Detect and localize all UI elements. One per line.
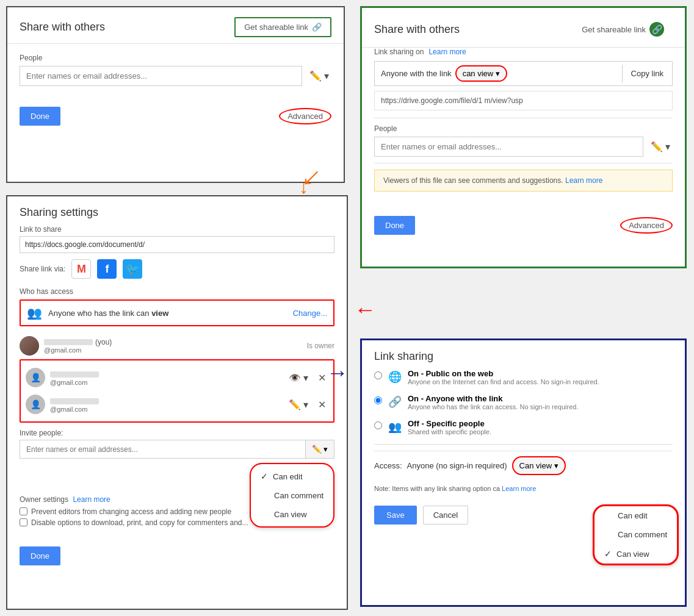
user1-info: @gmail.com [50, 370, 281, 386]
can-view-option[interactable]: Can view [251, 505, 333, 524]
radio-specific: 👥 Off - Specific people Shared with spec… [374, 419, 673, 435]
user1-avatar: 👤 [26, 368, 45, 387]
owner-role: Is owner [307, 342, 334, 350]
invite-dropdown-btn[interactable]: ✏️ ▾ [305, 440, 334, 458]
disable-download-checkbox[interactable] [20, 518, 27, 526]
twitter-icon[interactable]: 🐦 [123, 259, 142, 279]
link-sharing-body: 🌐 On - Public on the web Anyone on the I… [362, 369, 685, 537]
people-input-simple[interactable] [20, 66, 302, 86]
cancel-button[interactable]: Cancel [423, 506, 468, 525]
access-dropdown-label: Can view [519, 461, 552, 470]
access-text: Anyone who has the link can view [48, 309, 287, 318]
invite-chevron-icon: ▾ [324, 445, 328, 454]
can-comment-option[interactable]: Can comment [251, 486, 333, 505]
user2-name-placeholder [50, 398, 99, 404]
panel-body-link-on: Link sharing on Learn more Anyone with t… [362, 48, 685, 205]
owner-settings-text: Owner settings [20, 495, 68, 504]
get-shareable-link-button-active[interactable]: Get shareable link 🔗 [573, 18, 673, 41]
sharing-settings-footer: Done [7, 540, 347, 571]
panel-footer-simple: Done Advanced [7, 101, 344, 132]
access-can-edit-option[interactable]: Can edit [595, 506, 677, 525]
done-button-link-on[interactable]: Done [374, 216, 415, 235]
radio-public-input[interactable] [374, 371, 382, 379]
panel-title-link-on: Share with others [374, 23, 460, 36]
invite-label: Invite people: [20, 429, 334, 437]
get-shareable-link-button-simple[interactable]: Get shareable link 🔗 [234, 17, 331, 37]
owner-settings-learn-more[interactable]: Learn more [73, 495, 110, 504]
access-can-view-option[interactable]: ✓ Can view [595, 544, 677, 564]
link-dropdown-area: Anyone with the link can view ▾ [375, 62, 622, 85]
people-input-link-on[interactable] [374, 137, 643, 157]
advanced-button-link-on[interactable]: Advanced [620, 217, 673, 234]
access-dropdown-menu: Can edit Can comment ✓ Can view [593, 504, 679, 565]
owner-row: (you) @gmail.com Is owner [20, 332, 334, 359]
radio-public-desc: Anyone on the Internet can find and acce… [408, 378, 599, 385]
link-sharing-panel: Link sharing 🌐 On - Public on the web An… [360, 338, 687, 607]
user1-email: @gmail.com [50, 379, 281, 386]
link-prefix: Anyone with the link [381, 69, 452, 78]
owner-you-label: (you) [95, 338, 112, 346]
can-view-dropdown-button[interactable]: can view ▾ [455, 65, 508, 82]
globe-icon: 🌐 [388, 370, 402, 384]
user2-remove-btn[interactable]: ✕ [316, 396, 328, 413]
invite-input[interactable] [20, 441, 305, 458]
access-can-edit-label: Can edit [618, 511, 647, 520]
shared-users-box: 👤 @gmail.com 👁️ ▾ ✕ 👤 @gmail.com ✏️ ▾ ✕ [20, 359, 334, 423]
access-selector: Access: Anyone (no sign-in required) Can… [374, 451, 673, 480]
access-can-view-check: ✓ [604, 549, 612, 559]
panel-header-simple: Share with others Get shareable link 🔗 [7, 7, 344, 44]
user2-avatar: 👤 [26, 395, 45, 414]
note-prefix: Note: Items with any link sharing option… [374, 485, 500, 492]
share-panel-link-on: Share with others Get shareable link 🔗 L… [360, 6, 687, 268]
note-text: Note: Items with any link sharing option… [374, 485, 673, 492]
disable-download-label: Disable options to download, print, and … [31, 518, 248, 527]
info-bar-learn-more[interactable]: Learn more [565, 176, 602, 185]
link-to-share-input[interactable] [20, 236, 334, 253]
access-icon: 👥 [27, 306, 42, 320]
save-button[interactable]: Save [374, 506, 417, 525]
access-can-comment-option[interactable]: Can comment [595, 525, 677, 544]
can-view-label: Can view [274, 510, 306, 519]
link-learn-more[interactable]: Learn more [428, 48, 466, 56]
link-sharing-bar: Link sharing on Learn more [374, 48, 673, 56]
change-access-link[interactable]: Change... [293, 309, 327, 318]
radio-specific-input[interactable] [374, 421, 382, 429]
radio-anyone-link-text: On - Anyone with the link Anyone who has… [408, 394, 578, 410]
gmail-icon[interactable]: M [71, 259, 91, 279]
sharing-settings-title: Sharing settings [20, 206, 98, 219]
prevent-editors-checkbox[interactable] [20, 507, 27, 515]
access-can-comment-label: Can comment [618, 530, 667, 539]
link-chain-icon: 🔗 [312, 23, 322, 32]
sharing-settings-panel: Sharing settings Link to share Share lin… [6, 195, 348, 610]
radio-public-label: On - Public on the web [408, 369, 493, 378]
people-row-simple: ✏️ ▾ [20, 66, 331, 86]
done-button-simple[interactable]: Done [20, 107, 60, 126]
people-icon: 👥 [388, 420, 402, 434]
shared-user-1: 👤 @gmail.com 👁️ ▾ ✕ [26, 364, 328, 391]
user2-email: @gmail.com [50, 406, 281, 413]
prevent-editors-label: Prevent editors from changing access and… [31, 507, 231, 516]
radio-anyone-link-input[interactable] [374, 396, 382, 404]
user2-edit-dropdown[interactable]: ✏️ ▾ [286, 396, 311, 413]
facebook-icon[interactable]: f [97, 259, 117, 279]
blue-arrow: → [327, 360, 349, 385]
sharing-settings-done-button[interactable]: Done [20, 546, 60, 565]
sharing-settings-header: Sharing settings [7, 196, 347, 225]
edit-permissions-icon-link-on[interactable]: ✏️ ▾ [648, 138, 673, 155]
access-label: Access: [374, 461, 402, 470]
can-comment-label: Can comment [274, 491, 324, 500]
edit-permissions-icon-simple[interactable]: ✏️ ▾ [307, 68, 331, 84]
link-sharing-header: Link sharing [362, 340, 685, 369]
note-link[interactable]: Learn more [502, 485, 536, 492]
panel-footer-link-on: Done Advanced [362, 210, 685, 241]
user1-view-dropdown[interactable]: 👁️ ▾ [286, 370, 311, 386]
panel-body-simple: People ✏️ ▾ [7, 44, 344, 96]
advanced-button-simple[interactable]: Advanced [279, 108, 331, 124]
sharing-settings-body: Link to share Share link via: M f 🐦 Who … [7, 225, 347, 535]
access-dropdown-button[interactable]: Can view ▾ [512, 456, 566, 475]
radio-specific-text: Off - Specific people Shared with specif… [408, 419, 491, 435]
copy-link-button[interactable]: Copy link [622, 65, 672, 82]
orange-arrow-2: ↓ [299, 177, 308, 198]
can-edit-option[interactable]: ✓ Can edit [251, 467, 333, 486]
access-row: 👥 Anyone who has the link can view Chang… [20, 299, 334, 326]
